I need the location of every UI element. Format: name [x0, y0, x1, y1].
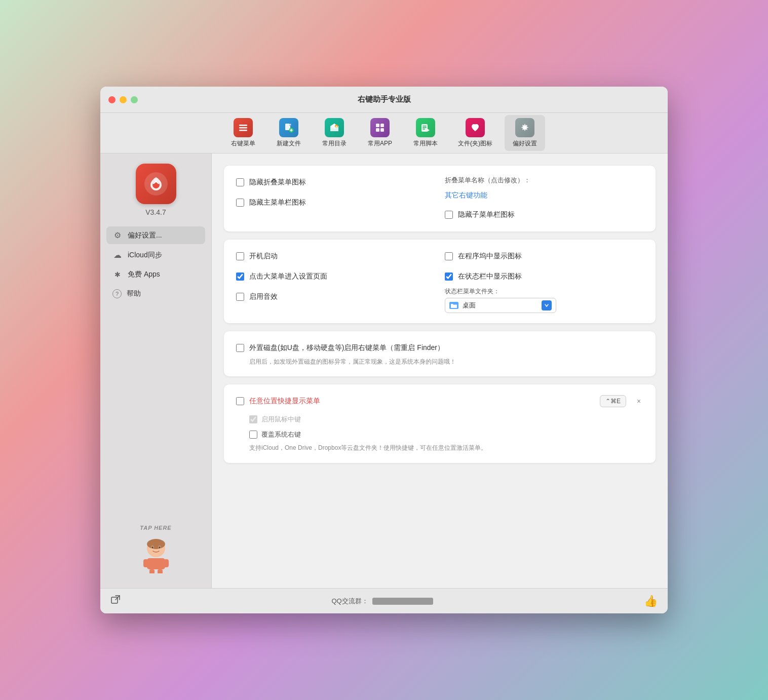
fold-menu-name-value[interactable]: 其它右键功能	[445, 191, 643, 200]
quick-menu-checkbox[interactable]	[236, 397, 244, 405]
svg-rect-14	[376, 128, 379, 132]
statusbar-folder-section: 状态栏菜单文件夹：	[445, 287, 643, 296]
startup-row: 开机启动	[236, 250, 435, 263]
sidebar-item-help[interactable]: ? 帮助	[106, 285, 205, 302]
svg-rect-34	[158, 569, 163, 573]
toolbar-item-file-icon[interactable]: 文件(夹)图标	[451, 115, 500, 151]
tap-here-section[interactable]: TAP HERE	[138, 525, 174, 578]
preferences-nav-icon: ⚙	[112, 230, 123, 240]
enable-middle-click-row: 启用鼠标中键	[249, 414, 643, 425]
toolbar-item-common-app[interactable]: 常用APP	[360, 115, 400, 151]
enable-sound-label: 启用音效	[249, 292, 278, 301]
svg-rect-18	[423, 127, 427, 128]
minimize-button[interactable]	[120, 96, 127, 103]
free-apps-nav-icon: ✱	[112, 270, 123, 279]
common-dir-icon	[325, 118, 344, 137]
hide-menubar-icon-label: 隐藏主菜单栏图标	[249, 198, 306, 207]
svg-rect-31	[143, 559, 148, 567]
startup-label: 开机启动	[249, 252, 278, 261]
ext-drive-row: 外置磁盘(如U盘，移动硬盘等)启用右键菜单（需重启 Finder）	[236, 341, 643, 355]
main-area: V3.4.7 ⚙ 偏好设置... ☁ iCloud同步 ✱ 免费 Apps ? …	[100, 153, 668, 588]
svg-point-23	[152, 181, 160, 188]
tap-mascot	[138, 533, 174, 578]
show-in-statusbar-label: 在状态栏中显示图标	[458, 272, 522, 281]
startup-right-col: 在程序坞中显示图标 在状态栏中显示图标 状态栏菜单文件夹：	[445, 250, 643, 313]
cover-right-click-checkbox[interactable]	[249, 431, 257, 439]
fold-menu-name-label: 折叠菜单名称（点击修改）：	[445, 176, 643, 185]
sidebar-item-free-apps[interactable]: ✱ 免费 Apps	[106, 266, 205, 283]
maximize-button[interactable]	[131, 96, 138, 103]
app-version: V3.4.7	[145, 208, 166, 216]
toolbar-item-preferences[interactable]: 偏好设置	[505, 115, 545, 151]
hide-menubar-icon-row: 隐藏主菜单栏图标	[236, 196, 435, 209]
enable-middle-click-label: 启用鼠标中键	[261, 415, 301, 424]
svg-rect-19	[423, 129, 425, 130]
ext-drive-card: 外置磁盘(如U盘，移动硬盘等)启用右键菜单（需重启 Finder） 启用后，如发…	[224, 331, 656, 376]
show-in-statusbar-checkbox[interactable]	[445, 273, 453, 281]
svg-point-29	[147, 539, 165, 549]
tap-here-label: TAP HERE	[138, 525, 174, 531]
preferences-icon	[515, 118, 534, 137]
show-in-dock-checkbox[interactable]	[445, 252, 453, 260]
svg-rect-32	[164, 559, 169, 567]
icloud-nav-icon: ☁	[112, 250, 123, 260]
enable-middle-click-checkbox[interactable]	[249, 415, 257, 423]
external-link-icon[interactable]	[110, 595, 121, 607]
shortcut-badge: ⌃⌘E	[600, 395, 626, 407]
sidebar-item-preferences[interactable]: ⚙ 偏好设置...	[106, 226, 205, 244]
click-to-settings-checkbox[interactable]	[236, 273, 244, 281]
hide-submenubar-icon-checkbox[interactable]	[445, 211, 453, 219]
toolbar-label-common-app: 常用APP	[368, 139, 392, 148]
svg-marker-20	[427, 129, 430, 132]
help-nav-icon: ?	[112, 289, 122, 298]
toolbar-item-context-menu[interactable]: 右键菜单	[223, 115, 263, 151]
ext-drive-checkbox[interactable]	[236, 344, 244, 352]
close-button[interactable]	[108, 96, 116, 103]
startup-grid: 开机启动 点击大菜单进入设置页面 启用音效	[236, 250, 643, 313]
show-in-statusbar-row: 在状态栏中显示图标	[445, 270, 643, 283]
sidebar-item-help-label: 帮助	[127, 289, 141, 298]
svg-rect-2	[239, 130, 247, 131]
common-script-icon	[416, 118, 435, 137]
common-app-icon	[370, 118, 390, 137]
content-area: 隐藏折叠菜单图标 隐藏主菜单栏图标 折叠菜单名称（点击修改）： 其它右键功能 隐…	[212, 153, 668, 588]
enable-sound-row: 启用音效	[236, 290, 435, 303]
dropdown-arrow-icon	[542, 300, 552, 310]
toolbar-item-common-script[interactable]: 常用脚本	[405, 115, 446, 151]
ext-drive-label: 外置磁盘(如U盘，移动硬盘等)启用右键菜单（需重启 Finder）	[249, 343, 444, 353]
shortcut-close-button[interactable]: ×	[634, 397, 643, 406]
hide-fold-icon-label: 隐藏折叠菜单图标	[249, 178, 306, 187]
thumbs-up-icon[interactable]: 👍	[644, 595, 658, 608]
click-to-settings-label: 点击大菜单进入设置页面	[249, 272, 327, 281]
toolbar-item-common-dir[interactable]: 常用目录	[314, 115, 355, 151]
svg-rect-13	[380, 124, 384, 127]
folder-dropdown-row: 桌面	[445, 298, 643, 313]
svg-rect-15	[380, 128, 384, 132]
svg-rect-0	[239, 125, 247, 126]
file-icon-icon	[466, 118, 485, 137]
qq-number	[372, 598, 433, 605]
show-in-dock-row: 在程序坞中显示图标	[445, 250, 643, 263]
sidebar: V3.4.7 ⚙ 偏好设置... ☁ iCloud同步 ✱ 免费 Apps ? …	[100, 153, 212, 588]
ext-drive-sub-text: 启用后，如发现外置磁盘的图标异常，属正常现象，这是系统本身的问题哦！	[249, 358, 643, 366]
sidebar-item-icloud[interactable]: ☁ iCloud同步	[106, 246, 205, 264]
toolbar-label-common-dir: 常用目录	[322, 139, 347, 148]
toolbar: 右键菜单 新建文件	[100, 113, 668, 153]
toolbar-label-file-icon: 文件(夹)图标	[458, 139, 492, 148]
sidebar-nav: ⚙ 偏好设置... ☁ iCloud同步 ✱ 免费 Apps ? 帮助	[106, 226, 205, 302]
startup-checkbox[interactable]	[236, 252, 244, 260]
hide-menubar-icon-checkbox[interactable]	[236, 199, 244, 207]
new-file-icon	[279, 118, 298, 137]
hide-fold-icon-row: 隐藏折叠菜单图标	[236, 176, 435, 189]
sidebar-item-preferences-label: 偏好设置...	[128, 231, 162, 240]
hide-fold-icon-checkbox[interactable]	[236, 178, 244, 186]
toolbar-label-preferences: 偏好设置	[513, 139, 537, 148]
enable-sound-checkbox[interactable]	[236, 293, 244, 301]
folder-dropdown[interactable]: 桌面	[445, 298, 556, 313]
quick-menu-header: 任意位置快捷显示菜单 ⌃⌘E ×	[236, 395, 643, 408]
folder-dropdown-text: 桌面	[463, 301, 537, 310]
toolbar-item-new-file[interactable]: 新建文件	[268, 115, 309, 151]
quick-menu-desc: 支持iCloud，One Drive，Dropbox等云盘文件夹！使用快捷键，可…	[249, 443, 643, 453]
app-icon	[136, 164, 176, 204]
svg-rect-12	[376, 124, 379, 127]
